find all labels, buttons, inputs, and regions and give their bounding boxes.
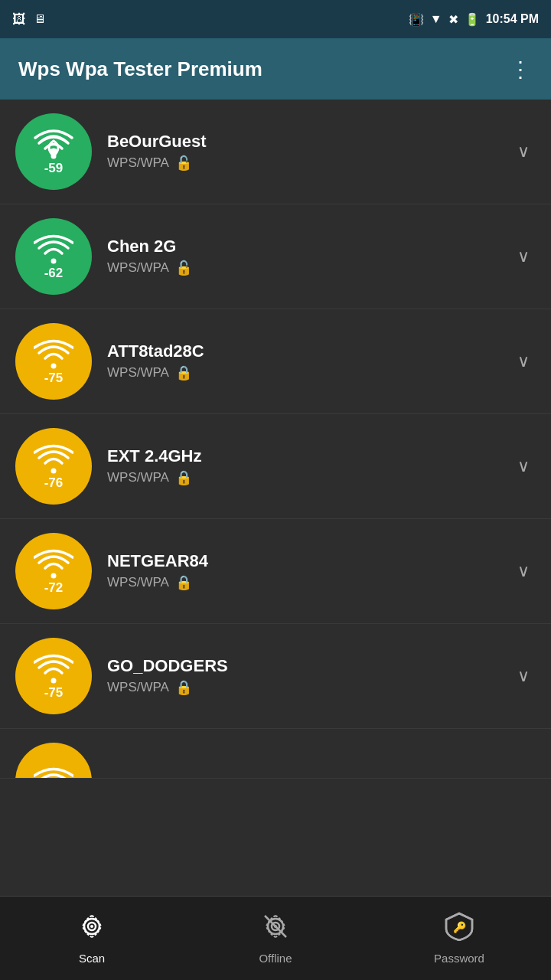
chevron-1[interactable]: ∨ <box>511 142 536 162</box>
signal-circle-7-partial <box>15 743 92 779</box>
network-meta-6: WPS/WPA 🔒 <box>107 679 511 696</box>
signal-value-3: -75 <box>44 371 64 386</box>
svg-point-2 <box>51 364 57 369</box>
nav-item-offline[interactable]: Offline <box>184 912 367 965</box>
network-type-1: WPS/WPA <box>107 155 169 171</box>
wifi-icon-5 <box>34 547 73 579</box>
screen-icon: 🖥 <box>34 12 46 26</box>
svg-point-3 <box>51 469 57 474</box>
status-bar-left-icons: 🖼 🖥 <box>12 11 46 28</box>
lock-icon-2: 🔓 <box>175 260 192 276</box>
network-meta-5: WPS/WPA 🔒 <box>107 574 511 591</box>
lock-icon-3: 🔒 <box>175 364 192 381</box>
svg-point-5 <box>51 678 57 684</box>
chevron-2[interactable]: ∨ <box>511 247 536 266</box>
lock-icon-1: 🔓 <box>175 155 192 172</box>
svg-point-1 <box>51 259 57 264</box>
network-info-5: NETGEAR84 WPS/WPA 🔒 <box>92 551 511 591</box>
svg-text:🔑: 🔑 <box>453 921 467 934</box>
network-info-1: BeOurGuest WPS/WPA 🔓 <box>92 132 511 172</box>
scan-icon <box>77 912 106 947</box>
lock-icon-4: 🔒 <box>175 469 192 486</box>
network-type-2: WPS/WPA <box>107 260 169 276</box>
network-meta-3: WPS/WPA 🔒 <box>107 364 511 381</box>
nav-item-scan[interactable]: Scan <box>0 912 184 965</box>
nav-item-password[interactable]: 🔑 Password <box>367 912 551 965</box>
svg-point-9 <box>90 925 93 928</box>
wifi-icon-1 <box>34 127 73 159</box>
network-name-2: Chen 2G <box>107 237 511 256</box>
network-meta-4: WPS/WPA 🔒 <box>107 469 511 486</box>
signal-off-icon: ✖ <box>448 12 458 27</box>
chevron-4[interactable]: ∨ <box>511 456 536 476</box>
wifi-icon-4 <box>34 442 73 474</box>
signal-circle-4: -76 <box>15 428 92 505</box>
bottom-nav: Scan Offline 🔑 Password <box>0 896 551 980</box>
network-item[interactable]: -76 EXT 2.4GHz WPS/WPA 🔒 ∨ <box>0 414 551 519</box>
signal-value-1: -59 <box>44 161 64 176</box>
signal-circle-5: -72 <box>15 533 92 609</box>
network-type-6: WPS/WPA <box>107 680 169 695</box>
network-list: -59 BeOurGuest WPS/WPA 🔓 ∨ -62 Chen 2G W… <box>0 100 551 896</box>
chevron-3[interactable]: ∨ <box>511 351 536 371</box>
network-type-3: WPS/WPA <box>107 365 169 381</box>
nav-label-password: Password <box>434 952 484 965</box>
network-name-1: BeOurGuest <box>107 132 511 152</box>
signal-value-2: -62 <box>44 266 64 281</box>
wifi-icon-7 <box>34 765 73 779</box>
signal-value-6: -75 <box>44 685 64 701</box>
signal-circle-3: -75 <box>15 323 92 400</box>
wifi-icon-2 <box>34 232 73 264</box>
network-name-5: NETGEAR84 <box>107 551 511 571</box>
password-icon: 🔑 <box>445 912 474 947</box>
network-info-3: ATT8tad28C WPS/WPA 🔒 <box>92 341 511 381</box>
network-item[interactable]: -72 NETGEAR84 WPS/WPA 🔒 ∨ <box>0 519 551 624</box>
network-name-3: ATT8tad28C <box>107 341 511 361</box>
status-bar-right: 📳 ▼ ✖ 🔋 10:54 PM <box>409 12 539 27</box>
nav-label-offline: Offline <box>259 952 292 965</box>
network-item[interactable]: -59 BeOurGuest WPS/WPA 🔓 ∨ <box>0 100 551 204</box>
wifi-icon-6 <box>34 652 73 684</box>
network-item[interactable]: -75 ATT8tad28C WPS/WPA 🔒 ∨ <box>0 309 551 414</box>
toolbar: Wps Wpa Tester Premium ⋮ <box>0 38 551 100</box>
network-info-2: Chen 2G WPS/WPA 🔓 <box>92 237 511 276</box>
network-item[interactable]: -75 GO_DODGERS WPS/WPA 🔒 ∨ <box>0 624 551 729</box>
time-display: 10:54 PM <box>486 12 539 26</box>
network-item[interactable]: -62 Chen 2G WPS/WPA 🔓 ∨ <box>0 204 551 309</box>
vibrate-icon: 📳 <box>409 12 424 27</box>
network-info-4: EXT 2.4GHz WPS/WPA 🔒 <box>92 446 511 486</box>
wifi-icon-3 <box>34 337 73 369</box>
signal-value-5: -72 <box>44 580 64 596</box>
network-info-6: GO_DODGERS WPS/WPA 🔒 <box>92 656 511 696</box>
signal-circle-1: -59 <box>15 113 92 190</box>
app-title: Wps Wpa Tester Premium <box>18 57 262 81</box>
network-name-6: GO_DODGERS <box>107 656 511 676</box>
chevron-6[interactable]: ∨ <box>511 666 536 686</box>
network-type-5: WPS/WPA <box>107 575 169 590</box>
battery-icon: 🔋 <box>465 12 480 27</box>
wifi-signal-icon: ▼ <box>430 12 442 26</box>
network-name-4: EXT 2.4GHz <box>107 446 511 466</box>
network-meta-2: WPS/WPA 🔓 <box>107 260 511 276</box>
network-item-partial <box>0 729 551 779</box>
svg-point-4 <box>51 573 57 579</box>
signal-circle-2: -62 <box>15 218 92 295</box>
menu-button[interactable]: ⋮ <box>510 57 533 82</box>
photo-icon: 🖼 <box>12 11 26 28</box>
network-type-4: WPS/WPA <box>107 470 169 485</box>
chevron-5[interactable]: ∨ <box>511 561 536 581</box>
svg-point-0 <box>51 154 57 159</box>
offline-icon <box>261 912 290 947</box>
lock-icon-5: 🔒 <box>175 574 192 591</box>
signal-value-4: -76 <box>44 475 64 491</box>
signal-circle-6: -75 <box>15 638 92 714</box>
network-meta-1: WPS/WPA 🔓 <box>107 155 511 172</box>
lock-icon-6: 🔒 <box>175 679 192 696</box>
nav-label-scan: Scan <box>79 952 105 965</box>
status-bar: 🖼 🖥 📳 ▼ ✖ 🔋 10:54 PM <box>0 0 551 38</box>
